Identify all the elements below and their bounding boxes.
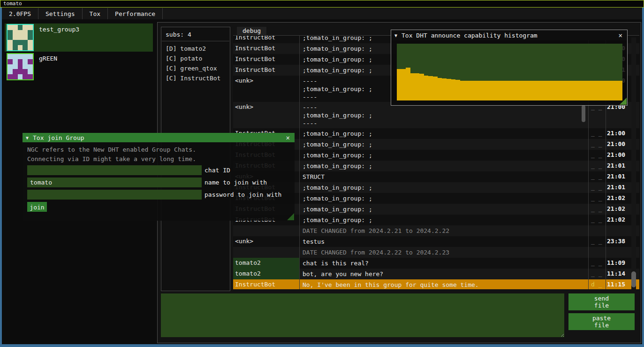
histogram-bar [510, 81, 515, 100]
sender-name: tomato2 [233, 269, 299, 279]
sender-name: tomato2 [233, 258, 299, 269]
join-password-field[interactable] [27, 190, 202, 200]
sidebar-group-test_group3[interactable]: test_group3 [5, 23, 153, 52]
chat-scrollbar-thumb[interactable] [631, 271, 636, 287]
timestamp: 21:02 [606, 193, 629, 204]
dht-histogram-titlebar[interactable]: ▼ Tox DHT announce capability histogram … [391, 30, 627, 40]
histogram-bar [550, 81, 555, 100]
avatar-pixel [23, 40, 28, 45]
menu-item-settings[interactable]: Settings [38, 8, 82, 19]
histogram-bar [600, 81, 605, 100]
receipt-marks: _ _ [588, 171, 606, 182]
histogram-bar [523, 81, 528, 100]
members-divider [162, 41, 229, 41]
sender-name: InstructBot [233, 43, 299, 54]
join-button[interactable]: join [27, 202, 47, 212]
chat-message-row[interactable]: tomato2bot, are you new here?_ _11:14 [233, 269, 639, 279]
avatar-pixel [13, 35, 18, 40]
system-row[interactable]: DATE CHANGED from 2024.2.21 to 2024.2.22 [233, 225, 639, 236]
sidebar-group-gREEN[interactable]: gREEN [5, 53, 153, 81]
avatar-pixel [8, 25, 13, 30]
join-group-titlebar[interactable]: ▼ Tox join Group ✕ [23, 133, 295, 142]
histogram-bar [487, 81, 492, 100]
avatar-pixel [8, 30, 13, 35]
receipt-marks: d _ [588, 279, 606, 289]
histogram-bar [537, 81, 541, 100]
histogram-bar [478, 81, 483, 100]
member-item-potato[interactable]: [C] potato [161, 54, 230, 63]
receipt-marks: _ _ [588, 269, 606, 279]
histogram-bar [469, 81, 474, 100]
chat-message-row[interactable]: InstructBotNo, I've been in this group f… [233, 279, 639, 289]
chat-id-field[interactable] [27, 165, 202, 175]
histogram-bar [397, 69, 402, 100]
paste-file-button[interactable]: paste file [568, 313, 635, 330]
avatar-pixel [13, 59, 18, 64]
join-group-title: Tox join Group [33, 134, 84, 141]
avatar-pixel [28, 74, 33, 79]
avatar-pixel [28, 35, 33, 40]
collapse-arrow-icon[interactable]: ▼ [394, 33, 397, 38]
histogram-bar [541, 81, 546, 100]
timestamp: 21:00 [606, 150, 629, 161]
histogram-bar [406, 68, 410, 100]
resize-grip[interactable] [287, 213, 294, 220]
timestamp [606, 247, 629, 258]
group-avatar [7, 24, 34, 51]
collapse-arrow-icon[interactable]: ▼ [26, 135, 29, 140]
message-text: ;tomato_in_group: ; [299, 182, 588, 193]
menu-bar: 2.0FPS SettingsToxPerformance [2, 8, 642, 19]
tab-debug[interactable]: debug [237, 27, 266, 36]
avatar-pixel [18, 35, 23, 40]
join-name-field[interactable] [27, 177, 202, 187]
member-item-tomato2[interactable]: [D] tomato2 [161, 44, 230, 54]
avatar-pixel [23, 35, 28, 40]
histogram-bar [568, 81, 573, 100]
avatar-pixel [28, 54, 33, 59]
fps-indicator: 2.0FPS [2, 8, 38, 19]
chat-message-row[interactable]: <unk>---- ;tomato_in_group: ; ----_ _21:… [233, 102, 639, 128]
sender-name [233, 225, 299, 236]
system-row[interactable]: DATE CHANGED from 2024.2.22 to 2024.2.23 [233, 247, 639, 258]
receipt-marks: _ _ [588, 204, 606, 215]
histogram-bar [596, 81, 600, 100]
menu-item-performance[interactable]: Performance [108, 8, 162, 19]
histogram-bar [573, 81, 577, 100]
avatar-pixel [8, 35, 13, 40]
menu-item-tox[interactable]: Tox [83, 8, 107, 19]
close-icon[interactable]: ✕ [617, 31, 624, 39]
chat-scrollbar-track[interactable] [631, 38, 636, 289]
receipt-marks [588, 247, 606, 258]
message-text: ---- ;tomato_in_group: ; ---- [299, 102, 588, 128]
close-icon[interactable]: ✕ [285, 134, 291, 141]
window-titlebar: tomato [0, 0, 644, 8]
message-text: ;tomato_in_group: ; [299, 161, 588, 171]
avatar-pixel [23, 54, 28, 59]
message-input[interactable] [161, 293, 564, 337]
histogram-bar [500, 81, 505, 100]
histogram-bar [474, 81, 478, 100]
resize-grip[interactable] [620, 98, 627, 105]
message-column-scrollbar-thumb[interactable] [582, 105, 585, 122]
avatar-pixel [18, 74, 23, 79]
avatar-pixel [18, 59, 23, 64]
send-file-button[interactable]: send file [568, 293, 635, 310]
histogram-bar [424, 76, 429, 100]
histogram-bar [415, 73, 420, 100]
sender-name: InstructBot [233, 279, 299, 289]
member-item-green_qtox[interactable]: [C] green_qtox [161, 63, 230, 73]
avatar-pixel [18, 40, 23, 45]
avatar-pixel [23, 74, 28, 79]
message-text: ;tomato_in_group: ; [299, 150, 588, 161]
avatar-pixel [28, 69, 33, 74]
chat-message-row[interactable]: <unk>testus_ _23:38 [233, 236, 639, 247]
message-text: ;tomato_in_group: ; [299, 193, 588, 204]
avatar-pixel [18, 25, 23, 30]
histogram-bar [433, 77, 438, 100]
chat-message-row[interactable]: tomato2chat is this real?_ _11:09 [233, 258, 639, 269]
avatar-pixel [13, 25, 18, 30]
timestamp: 21:01 [606, 171, 629, 182]
member-item-InstructBot[interactable]: [C] InstructBot [161, 73, 230, 83]
dht-histogram-plot [397, 44, 622, 100]
histogram-bar [447, 79, 451, 100]
